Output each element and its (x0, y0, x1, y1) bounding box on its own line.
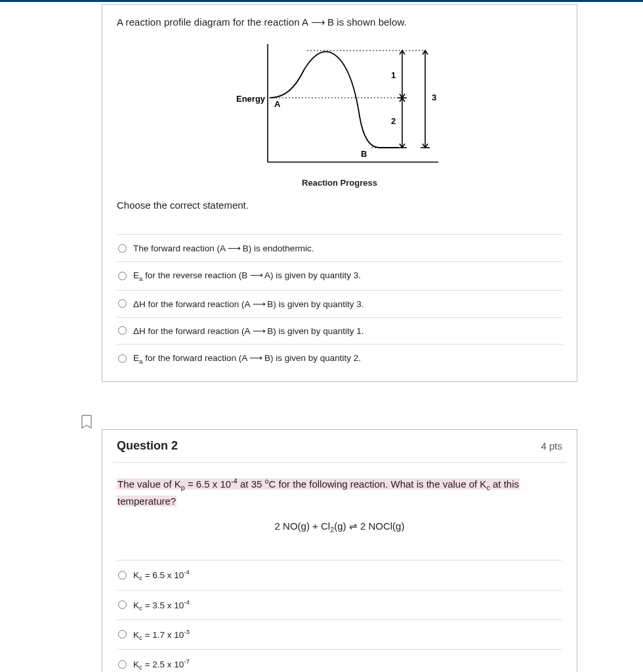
label-1: 1 (391, 70, 396, 80)
q1-opt1-text: The forward reaction (A ⟶ B) is endother… (133, 243, 314, 253)
q2-opt3-text: Kc = 1.7 x 10-3 (133, 628, 190, 641)
q2-option-1[interactable]: Kc = 6.5 x 10-4 (117, 560, 562, 590)
question-2-title: Question 2 (117, 439, 178, 453)
label-A: A (274, 99, 281, 109)
question-2-body: The value of Kp = 6.5 x 10-4 at 35 oC fo… (117, 476, 562, 509)
reaction-profile-diagram: Energy A B 1 (228, 37, 451, 175)
radio-icon[interactable] (118, 660, 127, 669)
q1-options: The forward reaction (A ⟶ B) is endother… (117, 234, 562, 372)
y-axis-label: Energy (236, 94, 266, 104)
q1-opt2-text: Ea for the reverse reaction (B ⟶ A) is g… (133, 270, 361, 282)
bookmark-icon[interactable] (81, 415, 93, 429)
radio-icon[interactable] (118, 244, 127, 253)
radio-icon[interactable] (118, 326, 127, 335)
question-1-intro: A reaction profile diagram for the react… (117, 16, 562, 28)
question-2-points: 4 pts (541, 440, 562, 452)
q1-opt3-text: ΔH for the forward reaction (A ⟶ B) is g… (133, 299, 363, 309)
q1-option-4[interactable]: ΔH for the forward reaction (A ⟶ B) is g… (117, 318, 562, 345)
question-1-card: A reaction profile diagram for the react… (102, 4, 577, 382)
intro-prefix: A reaction profile diagram for the react… (117, 16, 311, 28)
label-3: 3 (432, 93, 436, 102)
q1-opt5-text: Ea for the forward reaction (A ⟶ B) is g… (133, 352, 361, 365)
q1-option-2[interactable]: Ea for the reverse reaction (B ⟶ A) is g… (117, 262, 562, 291)
q2-opt2-text: Kc = 3.5 x 10-4 (133, 598, 190, 612)
radio-icon[interactable] (118, 600, 127, 609)
choose-instruction: Choose the correct statement. (117, 200, 562, 211)
q1-option-5[interactable]: Ea for the forward reaction (A ⟶ B) is g… (117, 345, 562, 373)
q2-option-2[interactable]: Kc = 3.5 x 10-4 (117, 591, 562, 620)
radio-icon[interactable] (118, 630, 127, 639)
radio-icon[interactable] (118, 571, 127, 579)
radio-icon[interactable] (118, 299, 127, 308)
q2-option-3[interactable]: Kc = 1.7 x 10-3 (117, 620, 562, 650)
radio-icon[interactable] (118, 354, 127, 363)
q2-opt1-text: Kc = 6.5 x 10-4 (133, 568, 190, 581)
q2-options: Kc = 6.5 x 10-4 Kc = 3.5 x 10-4 Kc = 1.7… (117, 560, 562, 672)
question-2-header: Question 2 4 pts (113, 439, 566, 463)
x-axis-label: Reaction Progress (117, 178, 562, 188)
label-B: B (361, 149, 367, 159)
q2-option-4[interactable]: Kc = 2.5 x 10-7 (117, 650, 562, 672)
q1-opt4-text: ΔH for the forward reaction (A ⟶ B) is g… (133, 326, 363, 336)
arrow-icon: ⟶ (311, 16, 325, 28)
q1-option-3[interactable]: ΔH for the forward reaction (A ⟶ B) is g… (117, 291, 562, 318)
q1-option-1[interactable]: The forward reaction (A ⟶ B) is endother… (117, 234, 562, 262)
label-2: 2 (391, 116, 396, 126)
radio-icon[interactable] (118, 272, 127, 280)
intro-suffix: B is shown below. (325, 16, 407, 28)
q2-opt4-text: Kc = 2.5 x 10-7 (133, 658, 190, 671)
reaction-equation: 2 NO(g) + Cl2(g) ⇌ 2 NOCl(g) (117, 520, 562, 534)
question-2-card: Question 2 4 pts The value of Kp = 6.5 x… (102, 429, 577, 672)
